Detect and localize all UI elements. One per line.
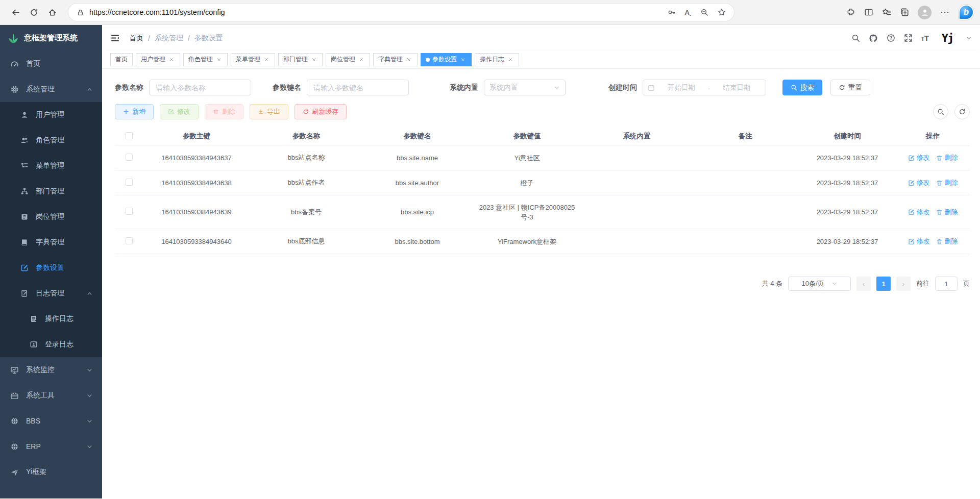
back-icon: [11, 8, 20, 17]
tab-operation-log[interactable]: 操作日志: [475, 53, 519, 66]
row-edit-link[interactable]: 修改: [908, 237, 930, 246]
extensions-puzzle-icon[interactable]: [846, 8, 855, 17]
browser-home-button[interactable]: [43, 3, 61, 21]
close-icon[interactable]: [358, 56, 365, 63]
row-checkbox[interactable]: [126, 154, 133, 161]
sidebar-item-operation-log[interactable]: 操作日志: [0, 306, 102, 332]
sidebar-item-user-management[interactable]: 用户管理: [0, 102, 102, 128]
tab-parameter-settings[interactable]: 参数设置: [421, 53, 472, 66]
favorite-star-icon[interactable]: [718, 8, 726, 16]
tab-role-management[interactable]: 角色管理: [183, 53, 228, 66]
paper-plane-icon: [10, 468, 19, 477]
sidebar-item-system-tools[interactable]: 系统工具: [0, 383, 102, 408]
close-icon[interactable]: [507, 56, 514, 63]
read-aloud-icon[interactable]: Aˬ: [685, 9, 691, 16]
col-param-id: 参数主键: [143, 130, 250, 143]
param-key-input[interactable]: [307, 80, 409, 95]
sidebar-item-erp[interactable]: ERP: [0, 434, 102, 459]
builtin-select[interactable]: 系统内置: [484, 80, 566, 95]
reset-button[interactable]: 重置: [830, 80, 870, 95]
github-icon[interactable]: [869, 34, 878, 43]
help-question-icon[interactable]: [887, 34, 895, 42]
breadcrumb-system[interactable]: 系统管理: [155, 34, 183, 43]
sidebar-item-parameter-settings[interactable]: 参数设置: [0, 255, 102, 281]
tab-menu-management[interactable]: 菜单管理: [231, 53, 275, 66]
row-edit-link[interactable]: 修改: [908, 208, 930, 217]
sidebar-item-menu-management[interactable]: 菜单管理: [0, 153, 102, 179]
close-icon[interactable]: [263, 56, 270, 63]
param-key-label: 参数键名: [273, 83, 301, 92]
sidebar-collapse-icon[interactable]: [110, 33, 120, 43]
collections-icon[interactable]: [900, 8, 909, 17]
user-avatar[interactable]: Yj: [938, 30, 957, 47]
close-icon[interactable]: [459, 56, 467, 63]
sidebar-item-yi-framework[interactable]: Yi框架: [0, 459, 102, 485]
row-edit-link[interactable]: 修改: [908, 178, 930, 187]
sidebar-item-bbs[interactable]: BBS: [0, 408, 102, 434]
url-text[interactable]: https://ccnetcore.com:1101/system/config: [89, 8, 225, 16]
sidebar-item-label: 岗位管理: [36, 212, 93, 221]
page-1-button[interactable]: 1: [876, 277, 891, 291]
sidebar-item-system-monitor[interactable]: 系统监控: [0, 357, 102, 383]
close-icon[interactable]: [405, 56, 412, 63]
tab-home[interactable]: 首页: [110, 53, 133, 66]
zoom-out-icon[interactable]: [700, 8, 708, 16]
browser-profile-avatar[interactable]: [918, 6, 932, 19]
cell-param-id: 1641030593384943639: [143, 206, 250, 218]
goto-page-input[interactable]: [935, 277, 958, 291]
search-icon[interactable]: [851, 34, 860, 42]
delete-button[interactable]: 删除: [205, 104, 243, 119]
param-name-input[interactable]: [149, 80, 251, 95]
row-checkbox[interactable]: [126, 208, 133, 215]
search-button[interactable]: 搜索: [782, 80, 822, 95]
tab-post-management[interactable]: 岗位管理: [326, 53, 370, 66]
row-delete-link[interactable]: 删除: [936, 237, 958, 246]
refresh-table-button[interactable]: [954, 104, 970, 119]
next-page-button[interactable]: ›: [896, 277, 911, 291]
select-all-checkbox[interactable]: [126, 132, 133, 139]
tab-user-management[interactable]: 用户管理: [136, 53, 180, 66]
split-screen-icon[interactable]: [864, 8, 873, 17]
bing-copilot-icon[interactable]: b: [959, 5, 974, 20]
row-checkbox[interactable]: [126, 237, 133, 244]
sidebar-item-department-management[interactable]: 部门管理: [0, 179, 102, 204]
sidebar-item-post-management[interactable]: 岗位管理: [0, 204, 102, 230]
breadcrumb-home[interactable]: 首页: [129, 34, 143, 43]
sidebar-item-dict-management[interactable]: 字典管理: [0, 230, 102, 255]
add-button[interactable]: 新增: [115, 104, 154, 119]
export-button[interactable]: 导出: [250, 104, 288, 119]
pagination: 共 4 条 10条/页 ‹ 1 › 前往 页: [115, 277, 970, 291]
sidebar-item-home[interactable]: 首页: [0, 51, 102, 77]
sidebar-item-log-management[interactable]: 日志管理: [0, 281, 102, 306]
close-icon[interactable]: [168, 56, 175, 63]
sidebar-item-login-log[interactable]: 登录日志: [0, 332, 102, 357]
browser-back-button[interactable]: [6, 3, 24, 21]
password-key-icon[interactable]: [668, 8, 676, 16]
prev-page-button[interactable]: ‹: [856, 277, 871, 291]
font-size-icon[interactable]: TT: [921, 34, 929, 42]
close-icon[interactable]: [215, 56, 223, 63]
toggle-search-button[interactable]: [933, 104, 948, 119]
edit-button[interactable]: 修改: [160, 104, 199, 119]
row-edit-link[interactable]: 修改: [908, 153, 930, 162]
row-checkbox[interactable]: [126, 179, 133, 186]
sidebar-item-role-management[interactable]: 角色管理: [0, 128, 102, 153]
col-remark: 备注: [692, 130, 799, 143]
page-size-select[interactable]: 10条/页: [788, 277, 851, 291]
tab-department-management[interactable]: 部门管理: [278, 53, 323, 66]
fullscreen-icon[interactable]: [904, 34, 913, 42]
row-delete-link[interactable]: 删除: [936, 153, 958, 162]
tab-dict-management[interactable]: 字典管理: [373, 53, 418, 66]
refresh-cache-button[interactable]: 刷新缓存: [295, 104, 347, 119]
favorites-bar-icon[interactable]: [882, 8, 891, 17]
row-delete-link[interactable]: 删除: [936, 208, 958, 217]
close-icon[interactable]: [310, 56, 317, 63]
sidebar-item-system-management[interactable]: 系统管理: [0, 77, 102, 102]
breadcrumb-current: 参数设置: [194, 34, 223, 43]
browser-menu-icon[interactable]: ⋯: [940, 7, 950, 18]
browser-refresh-button[interactable]: [24, 3, 43, 21]
address-bar[interactable]: https://ccnetcore.com:1101/system/config…: [68, 4, 734, 21]
caret-down-icon[interactable]: [966, 35, 972, 41]
row-delete-link[interactable]: 删除: [936, 178, 958, 187]
date-range-picker[interactable]: 开始日期 - 结束日期: [643, 80, 766, 95]
